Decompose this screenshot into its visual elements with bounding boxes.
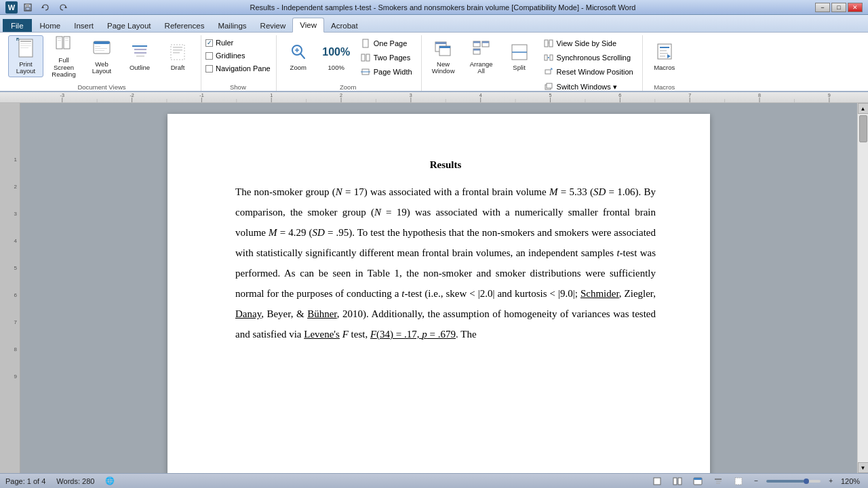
svg-rect-29 xyxy=(173,49,182,51)
split-btn[interactable]: Split xyxy=(502,35,537,77)
ribbon-tabs: File Home Insert Page Layout References … xyxy=(0,15,868,33)
svg-rect-106 xyxy=(694,478,702,480)
tab-review[interactable]: Review xyxy=(254,19,293,32)
tab-view[interactable]: View xyxy=(292,18,324,33)
svg-text:9: 9 xyxy=(828,93,831,98)
zoom-100-btn[interactable]: 100% 100% xyxy=(319,35,354,77)
full-screen-reading-btn[interactable]: Full ScreenReading xyxy=(46,35,81,77)
status-web-btn[interactable] xyxy=(690,476,705,487)
zoom-btn[interactable]: Zoom xyxy=(281,35,316,77)
svg-rect-2 xyxy=(26,7,30,10)
svg-rect-103 xyxy=(673,478,677,485)
print-layout-btn[interactable]: W PrintLayout xyxy=(8,35,43,77)
margin-num-1: 1 xyxy=(14,157,17,163)
page-width-btn[interactable]: Page Width xyxy=(357,65,416,79)
svg-rect-21 xyxy=(95,48,107,49)
zoom-buttons-stack: One Page Two Pages xyxy=(357,35,416,79)
zoom-bar[interactable] xyxy=(766,480,821,483)
zoom-plus-btn[interactable]: + xyxy=(826,476,835,487)
gridlines-checkbox-item[interactable]: Gridlines xyxy=(205,49,271,62)
svg-rect-24 xyxy=(134,49,146,50)
svg-rect-49 xyxy=(473,49,480,51)
draft-btn[interactable]: Draft xyxy=(160,35,195,77)
macros-btn[interactable]: Macros xyxy=(647,35,682,77)
quick-redo-btn[interactable] xyxy=(56,2,71,13)
quick-undo-btn[interactable] xyxy=(38,2,53,13)
web-layout-label: WebLayout xyxy=(92,61,112,75)
tab-references[interactable]: References xyxy=(158,19,212,32)
outline-btn[interactable]: Outline xyxy=(122,35,157,77)
group-zoom: Zoom 100% 100% One Page xyxy=(278,35,422,91)
zoom-minus-btn[interactable]: − xyxy=(751,476,761,487)
scroll-thumb[interactable] xyxy=(859,115,867,142)
ruler-checkbox-label: Ruler xyxy=(216,39,233,47)
reset-window-position-btn[interactable]: Reset Window Position xyxy=(540,65,637,79)
new-window-label: NewWindow xyxy=(432,61,455,75)
svg-text:-1: -1 xyxy=(199,93,203,98)
svg-text:4: 4 xyxy=(479,93,482,98)
ruler-checkbox-item[interactable]: ✓ Ruler xyxy=(205,37,271,49)
one-page-icon xyxy=(360,38,371,49)
document-page[interactable]: Results The non-smoker group (N = 17) wa… xyxy=(167,114,710,473)
document-views-label: Document Views xyxy=(8,82,195,91)
web-layout-btn[interactable]: WebLayout xyxy=(84,35,119,77)
minimize-btn[interactable]: − xyxy=(815,3,830,12)
svg-rect-30 xyxy=(173,52,180,54)
gridlines-checkbox-label: Gridlines xyxy=(216,52,245,60)
zoom-icon xyxy=(288,41,309,63)
window-small-stack: View Side by Side Synchronous Scrolling xyxy=(540,35,637,94)
two-pages-btn[interactable]: Two Pages xyxy=(357,51,416,64)
svg-rect-36 xyxy=(361,54,365,61)
navigation-pane-checkbox-item[interactable]: Navigation Pane xyxy=(205,62,271,75)
svg-rect-60 xyxy=(547,83,552,88)
status-right: − + 120% xyxy=(650,476,863,487)
title-bar: W Results - Independent samples t-test -… xyxy=(0,0,868,15)
svg-rect-9 xyxy=(20,47,28,48)
scroll-up-btn[interactable]: ▲ xyxy=(858,103,869,114)
arrange-all-icon xyxy=(471,38,492,60)
svg-rect-62 xyxy=(660,47,669,48)
switch-windows-btn[interactable]: Switch Windows ▾ xyxy=(540,80,637,94)
scroll-down-btn[interactable]: ▼ xyxy=(858,462,869,473)
status-outline-btn[interactable] xyxy=(711,476,726,487)
arrange-all-btn[interactable]: ArrangeAll xyxy=(464,35,499,77)
tab-home[interactable]: Home xyxy=(33,19,68,32)
maximize-btn[interactable]: □ xyxy=(831,3,846,12)
status-full-screen-btn[interactable] xyxy=(670,476,685,487)
one-page-btn[interactable]: One Page xyxy=(357,37,416,50)
tab-mailings[interactable]: Mailings xyxy=(211,19,253,32)
two-pages-icon xyxy=(360,52,371,63)
window-controls: − □ ✕ xyxy=(815,3,863,12)
svg-rect-23 xyxy=(132,45,147,47)
new-window-btn[interactable]: NewWindow xyxy=(426,35,461,77)
margin-num-6: 6 xyxy=(14,293,17,298)
status-draft-btn[interactable] xyxy=(731,476,746,487)
scroll-track[interactable] xyxy=(859,114,868,462)
svg-text:3: 3 xyxy=(410,93,412,98)
svg-rect-17 xyxy=(65,40,68,41)
full-screen-reading-label: Full ScreenReading xyxy=(48,57,79,78)
navigation-pane-checkbox[interactable] xyxy=(205,65,213,73)
quick-save-btn[interactable] xyxy=(20,2,35,13)
macros-group-label: Macros xyxy=(647,82,682,91)
synchronous-scrolling-btn[interactable]: Synchronous Scrolling xyxy=(540,51,637,64)
ribbon: W PrintLayout Full Screen xyxy=(0,33,868,92)
svg-text:8: 8 xyxy=(758,93,761,98)
gridlines-checkbox[interactable] xyxy=(205,52,213,60)
tab-insert[interactable]: Insert xyxy=(67,19,100,32)
svg-rect-22 xyxy=(95,50,104,51)
doc-scroll[interactable]: Results The non-smoker group (N = 17) wa… xyxy=(20,103,857,473)
svg-rect-57 xyxy=(550,55,553,60)
zoom-thumb[interactable] xyxy=(804,479,809,484)
view-side-by-side-btn[interactable]: View Side by Side xyxy=(540,37,637,50)
status-print-layout-btn[interactable] xyxy=(650,476,665,487)
svg-text:6: 6 xyxy=(618,93,621,98)
tab-page-layout[interactable]: Page Layout xyxy=(100,19,158,32)
ruler-checkbox[interactable]: ✓ xyxy=(205,39,213,47)
web-layout-icon xyxy=(91,38,113,60)
close-btn[interactable]: ✕ xyxy=(848,3,863,12)
tab-file[interactable]: File xyxy=(3,19,32,32)
tab-acrobat[interactable]: Acrobat xyxy=(324,19,365,32)
full-screen-reading-icon xyxy=(53,34,75,56)
right-scrollbar[interactable]: ▲ ▼ xyxy=(857,103,868,473)
